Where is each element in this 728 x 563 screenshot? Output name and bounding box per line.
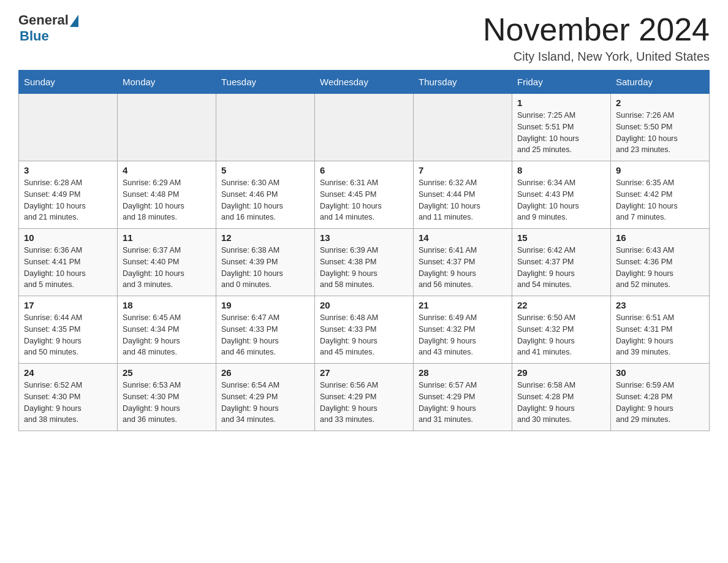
- calendar-week-5: 24Sunrise: 6:52 AM Sunset: 4:30 PM Dayli…: [19, 364, 710, 431]
- title-area: November 2024 City Island, New York, Uni…: [483, 12, 710, 64]
- day-info: Sunrise: 6:41 AM Sunset: 4:37 PM Dayligh…: [419, 245, 507, 291]
- day-number: 22: [517, 300, 605, 310]
- day-number: 19: [221, 300, 309, 310]
- calendar-cell: 8Sunrise: 6:34 AM Sunset: 4:43 PM Daylig…: [512, 161, 611, 229]
- calendar-cell: 14Sunrise: 6:41 AM Sunset: 4:37 PM Dayli…: [414, 229, 512, 296]
- calendar-cell: 5Sunrise: 6:30 AM Sunset: 4:46 PM Daylig…: [216, 161, 315, 229]
- day-number: 16: [616, 232, 704, 243]
- calendar-cell: 13Sunrise: 6:39 AM Sunset: 4:38 PM Dayli…: [315, 229, 414, 296]
- day-info: Sunrise: 6:34 AM Sunset: 4:43 PM Dayligh…: [517, 177, 605, 223]
- calendar-cell: 6Sunrise: 6:31 AM Sunset: 4:45 PM Daylig…: [315, 161, 414, 229]
- calendar-cell: 25Sunrise: 6:53 AM Sunset: 4:30 PM Dayli…: [118, 364, 216, 431]
- day-number: 30: [616, 367, 704, 378]
- page-header: General Blue November 2024 City Island, …: [18, 12, 710, 64]
- calendar-body: 1Sunrise: 7:25 AM Sunset: 5:51 PM Daylig…: [19, 94, 710, 431]
- day-number: 5: [221, 165, 309, 175]
- calendar-week-4: 17Sunrise: 6:44 AM Sunset: 4:35 PM Dayli…: [19, 296, 710, 364]
- calendar-cell: 1Sunrise: 7:25 AM Sunset: 5:51 PM Daylig…: [512, 94, 611, 161]
- calendar-cell: 10Sunrise: 6:36 AM Sunset: 4:41 PM Dayli…: [19, 229, 118, 296]
- day-number: 26: [221, 367, 309, 378]
- calendar-cell: 16Sunrise: 6:43 AM Sunset: 4:36 PM Dayli…: [611, 229, 710, 296]
- calendar-table: SundayMondayTuesdayWednesdayThursdayFrid…: [18, 70, 710, 431]
- calendar-cell: 12Sunrise: 6:38 AM Sunset: 4:39 PM Dayli…: [216, 229, 315, 296]
- day-number: 4: [123, 165, 211, 175]
- day-number: 2: [616, 98, 704, 108]
- weekday-header-row: SundayMondayTuesdayWednesdayThursdayFrid…: [19, 71, 710, 94]
- day-info: Sunrise: 6:48 AM Sunset: 4:33 PM Dayligh…: [320, 312, 408, 358]
- location-subtitle: City Island, New York, United States: [483, 50, 710, 64]
- calendar-cell: 4Sunrise: 6:29 AM Sunset: 4:48 PM Daylig…: [118, 161, 216, 229]
- day-info: Sunrise: 6:31 AM Sunset: 4:45 PM Dayligh…: [320, 177, 408, 223]
- calendar-cell: 3Sunrise: 6:28 AM Sunset: 4:49 PM Daylig…: [19, 161, 118, 229]
- weekday-header-tuesday: Tuesday: [216, 71, 315, 94]
- day-info: Sunrise: 6:54 AM Sunset: 4:29 PM Dayligh…: [221, 380, 309, 426]
- calendar-cell: 26Sunrise: 6:54 AM Sunset: 4:29 PM Dayli…: [216, 364, 315, 431]
- calendar-cell: 23Sunrise: 6:51 AM Sunset: 4:31 PM Dayli…: [611, 296, 710, 364]
- calendar-week-3: 10Sunrise: 6:36 AM Sunset: 4:41 PM Dayli…: [19, 229, 710, 296]
- calendar-cell: 24Sunrise: 6:52 AM Sunset: 4:30 PM Dayli…: [19, 364, 118, 431]
- logo-general-text: General: [18, 12, 69, 28]
- day-number: 20: [320, 300, 408, 310]
- calendar-cell: [315, 94, 414, 161]
- calendar-cell: [19, 94, 118, 161]
- day-info: Sunrise: 6:50 AM Sunset: 4:32 PM Dayligh…: [517, 312, 605, 358]
- day-info: Sunrise: 6:32 AM Sunset: 4:44 PM Dayligh…: [419, 177, 507, 223]
- weekday-header-sunday: Sunday: [19, 71, 118, 94]
- calendar-cell: 21Sunrise: 6:49 AM Sunset: 4:32 PM Dayli…: [414, 296, 512, 364]
- day-info: Sunrise: 6:58 AM Sunset: 4:28 PM Dayligh…: [517, 380, 605, 426]
- calendar-header: SundayMondayTuesdayWednesdayThursdayFrid…: [19, 71, 710, 94]
- day-number: 11: [123, 232, 211, 243]
- day-number: 28: [419, 367, 507, 378]
- day-info: Sunrise: 6:52 AM Sunset: 4:30 PM Dayligh…: [24, 380, 112, 426]
- day-info: Sunrise: 6:57 AM Sunset: 4:29 PM Dayligh…: [419, 380, 507, 426]
- calendar-cell: 20Sunrise: 6:48 AM Sunset: 4:33 PM Dayli…: [315, 296, 414, 364]
- day-info: Sunrise: 6:49 AM Sunset: 4:32 PM Dayligh…: [419, 312, 507, 358]
- day-info: Sunrise: 6:30 AM Sunset: 4:46 PM Dayligh…: [221, 177, 309, 223]
- day-info: Sunrise: 6:42 AM Sunset: 4:37 PM Dayligh…: [517, 245, 605, 291]
- day-info: Sunrise: 7:25 AM Sunset: 5:51 PM Dayligh…: [517, 110, 605, 156]
- day-info: Sunrise: 6:59 AM Sunset: 4:28 PM Dayligh…: [616, 380, 704, 426]
- logo: General Blue: [18, 12, 78, 44]
- calendar-cell: [216, 94, 315, 161]
- day-number: 27: [320, 367, 408, 378]
- calendar-cell: 15Sunrise: 6:42 AM Sunset: 4:37 PM Dayli…: [512, 229, 611, 296]
- day-number: 14: [419, 232, 507, 243]
- calendar-cell: [414, 94, 512, 161]
- logo-blue-text: Blue: [20, 28, 49, 44]
- calendar-week-2: 3Sunrise: 6:28 AM Sunset: 4:49 PM Daylig…: [19, 161, 710, 229]
- weekday-header-friday: Friday: [512, 71, 611, 94]
- day-info: Sunrise: 6:28 AM Sunset: 4:49 PM Dayligh…: [24, 177, 112, 223]
- day-info: Sunrise: 6:35 AM Sunset: 4:42 PM Dayligh…: [616, 177, 704, 223]
- day-number: 21: [419, 300, 507, 310]
- day-info: Sunrise: 6:43 AM Sunset: 4:36 PM Dayligh…: [616, 245, 704, 291]
- day-info: Sunrise: 6:53 AM Sunset: 4:30 PM Dayligh…: [123, 380, 211, 426]
- day-number: 9: [616, 165, 704, 175]
- calendar-cell: 19Sunrise: 6:47 AM Sunset: 4:33 PM Dayli…: [216, 296, 315, 364]
- day-info: Sunrise: 6:51 AM Sunset: 4:31 PM Dayligh…: [616, 312, 704, 358]
- calendar-cell: 17Sunrise: 6:44 AM Sunset: 4:35 PM Dayli…: [19, 296, 118, 364]
- day-number: 25: [123, 367, 211, 378]
- day-info: Sunrise: 6:38 AM Sunset: 4:39 PM Dayligh…: [221, 245, 309, 291]
- calendar-cell: 7Sunrise: 6:32 AM Sunset: 4:44 PM Daylig…: [414, 161, 512, 229]
- day-info: Sunrise: 6:36 AM Sunset: 4:41 PM Dayligh…: [24, 245, 112, 291]
- calendar-cell: [118, 94, 216, 161]
- weekday-header-thursday: Thursday: [414, 71, 512, 94]
- calendar-cell: 2Sunrise: 7:26 AM Sunset: 5:50 PM Daylig…: [611, 94, 710, 161]
- day-number: 18: [123, 300, 211, 310]
- day-number: 13: [320, 232, 408, 243]
- day-number: 6: [320, 165, 408, 175]
- day-number: 8: [517, 165, 605, 175]
- day-info: Sunrise: 6:44 AM Sunset: 4:35 PM Dayligh…: [24, 312, 112, 358]
- calendar-cell: 9Sunrise: 6:35 AM Sunset: 4:42 PM Daylig…: [611, 161, 710, 229]
- day-number: 15: [517, 232, 605, 243]
- weekday-header-monday: Monday: [118, 71, 216, 94]
- day-number: 1: [517, 98, 605, 108]
- day-info: Sunrise: 6:29 AM Sunset: 4:48 PM Dayligh…: [123, 177, 211, 223]
- day-info: Sunrise: 7:26 AM Sunset: 5:50 PM Dayligh…: [616, 110, 704, 156]
- calendar-cell: 18Sunrise: 6:45 AM Sunset: 4:34 PM Dayli…: [118, 296, 216, 364]
- calendar-cell: 28Sunrise: 6:57 AM Sunset: 4:29 PM Dayli…: [414, 364, 512, 431]
- day-number: 17: [24, 300, 112, 310]
- day-info: Sunrise: 6:39 AM Sunset: 4:38 PM Dayligh…: [320, 245, 408, 291]
- day-info: Sunrise: 6:45 AM Sunset: 4:34 PM Dayligh…: [123, 312, 211, 358]
- day-info: Sunrise: 6:56 AM Sunset: 4:29 PM Dayligh…: [320, 380, 408, 426]
